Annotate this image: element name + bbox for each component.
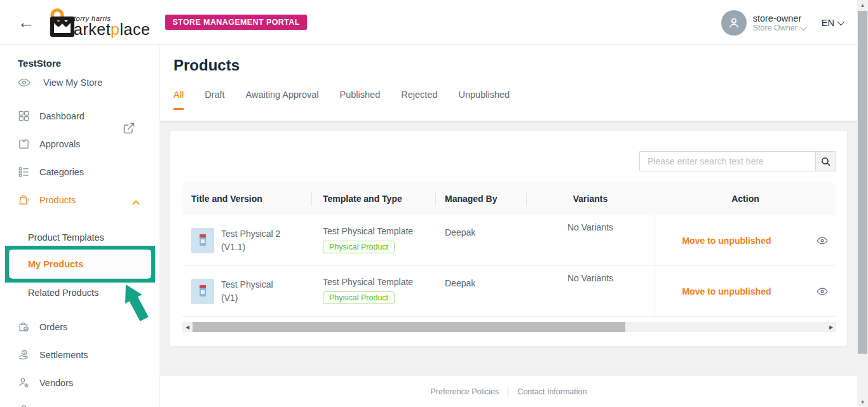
vendors-icon — [18, 377, 31, 389]
settlements-icon: $ — [18, 349, 31, 361]
template-name: Test Physical Template — [323, 226, 435, 236]
managed-by: Deepak — [435, 215, 526, 265]
chevron-down-icon — [837, 18, 844, 25]
product-version: (V1) — [221, 291, 273, 305]
col-title-and-version: Title and Version — [182, 194, 311, 204]
main-content: Products All Draft Awaiting Approval Pub… — [160, 45, 857, 407]
external-link-icon[interactable] — [123, 122, 135, 135]
logo-brand: arketplace — [74, 22, 150, 37]
dashboard-grid-icon — [18, 110, 31, 123]
search-input[interactable] — [639, 151, 815, 171]
variants: No Variants — [526, 215, 654, 265]
user-menu[interactable]: store-owner Store Owner — [721, 10, 805, 36]
horizontal-scrollbar[interactable]: ◀ ▶ — [182, 322, 836, 332]
vertical-scroll-thumb[interactable] — [858, 11, 867, 354]
page-header: Products All Draft Awaiting Approval Pub… — [160, 45, 857, 121]
tab-unpublished[interactable]: Unpublished — [458, 90, 510, 110]
product-thumbnail — [191, 279, 214, 304]
approvals-icon — [18, 138, 31, 150]
search-icon — [820, 156, 831, 167]
marketplace-logo: torry harris arketplace — [48, 7, 150, 37]
tab-awaiting-approval[interactable]: Awaiting Approval — [246, 90, 319, 110]
products-card: Title and Version Template and Type Mana… — [170, 131, 847, 346]
categories-list-icon — [18, 166, 31, 178]
variants: No Variants — [526, 266, 654, 316]
chevron-down-icon — [800, 23, 807, 30]
user-name: store-owner — [753, 13, 805, 23]
tab-all[interactable]: All — [173, 90, 184, 110]
tab-published[interactable]: Published — [340, 90, 381, 110]
footer-link-contact-information[interactable]: Contact Information — [517, 387, 587, 396]
managed-by: Deepak — [435, 266, 526, 316]
sidebar-subitem-related-products[interactable]: Related Products — [28, 288, 98, 298]
view-eye-icon[interactable] — [817, 235, 828, 246]
sidebar-item-vendors[interactable]: Vendors — [18, 377, 73, 389]
col-managed-by: Managed By — [435, 194, 526, 204]
top-header: ← torry harris arketplace STORE MANAGEME… — [0, 0, 868, 45]
tab-draft[interactable]: Draft — [205, 90, 224, 110]
scroll-left-icon[interactable]: ◀ — [182, 322, 193, 332]
horizontal-scroll-thumb[interactable] — [193, 322, 625, 332]
product-title: Test Physical — [221, 278, 273, 291]
col-template-and-type: Template and Type — [311, 194, 435, 204]
sidebar: TestStore View My Store Dashboard Approv… — [0, 45, 160, 407]
vertical-scrollbar[interactable]: ▲ ▼ — [857, 0, 868, 407]
logo-bag-icon — [48, 7, 76, 37]
col-action: Action — [654, 194, 836, 204]
table-row: Test Physical (V1) Test Physical Templat… — [182, 266, 836, 317]
partial-icon — [18, 403, 31, 407]
user-role[interactable]: Store Owner — [753, 23, 805, 32]
sidebar-item-categories[interactable]: Categories — [18, 166, 84, 178]
footer-separator: | — [507, 387, 509, 396]
eye-icon — [18, 76, 31, 89]
footer: Preference Policies | Contact Informatio… — [160, 376, 857, 407]
search-button[interactable] — [815, 151, 836, 171]
store-name: TestStore — [18, 58, 159, 69]
products-table: Title and Version Template and Type Mana… — [182, 182, 836, 317]
sidebar-item-products[interactable]: Products — [18, 194, 76, 206]
view-eye-icon[interactable] — [817, 286, 828, 297]
avatar — [721, 10, 747, 36]
sidebar-subitem-product-templates[interactable]: Product Templates — [28, 232, 104, 243]
sidebar-item-dashboard[interactable]: Dashboard — [18, 110, 85, 123]
sidebar-item-orders[interactable]: Orders — [18, 321, 67, 333]
move-to-unpublished-link[interactable]: Move to unpublished — [682, 286, 771, 297]
sidebar-item-partial[interactable] — [18, 403, 39, 407]
portal-badge: STORE MANAGEMENT PORTAL — [165, 15, 306, 30]
col-variants: Variants — [526, 194, 654, 204]
move-to-unpublished-link[interactable]: Move to unpublished — [682, 236, 771, 246]
back-arrow-icon[interactable]: ← — [18, 14, 34, 30]
scroll-right-icon[interactable]: ▶ — [826, 322, 836, 332]
product-version: (V1.1) — [221, 241, 280, 254]
footer-link-preference-policies[interactable]: Preference Policies — [431, 387, 499, 396]
svg-text:$: $ — [24, 350, 26, 354]
sidebar-item-approvals[interactable]: Approvals — [18, 138, 80, 150]
sidebar-item-settlements[interactable]: $ Settlements — [18, 349, 88, 361]
scroll-up-icon[interactable]: ▲ — [857, 0, 868, 10]
products-bag-icon — [18, 194, 31, 206]
page-title: Products — [173, 57, 857, 74]
scroll-down-icon[interactable]: ▼ — [857, 397, 868, 407]
type-badge: Physical Product — [323, 291, 395, 304]
table-header-row: Title and Version Template and Type Mana… — [182, 182, 836, 215]
template-name: Test Physical Template — [323, 277, 435, 287]
status-tabs: All Draft Awaiting Approval Published Re… — [173, 90, 857, 110]
language-selector[interactable]: EN — [822, 18, 843, 28]
orders-icon — [18, 321, 31, 333]
tab-rejected[interactable]: Rejected — [401, 90, 437, 110]
sidebar-item-view-my-store[interactable]: View My Store — [18, 76, 102, 89]
chevron-up-icon[interactable] — [133, 197, 139, 209]
product-title: Test Physical 2 — [221, 227, 280, 241]
type-badge: Physical Product — [323, 241, 395, 253]
table-row: Test Physical 2 (V1.1) Test Physical Tem… — [182, 215, 836, 266]
product-thumbnail — [191, 228, 214, 253]
